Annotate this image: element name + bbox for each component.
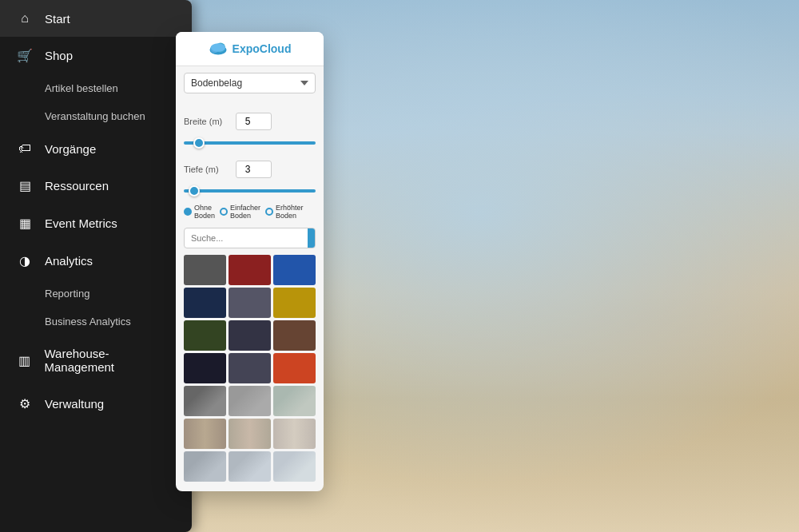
sidebar-label-vorgange: Vorgänge: [45, 142, 96, 156]
sidebar-label-start: Start: [45, 12, 70, 26]
sidebar-item-shop[interactable]: 🛒 Shop: [0, 37, 192, 74]
sidebar-item-business-analytics[interactable]: Business Analytics: [0, 308, 192, 335]
sidebar-item-vorgange[interactable]: 🏷 Vorgänge: [0, 130, 192, 167]
breite-input[interactable]: [236, 113, 272, 130]
expo-header: ExpoCloud: [176, 32, 324, 66]
radio-erhohter-boden[interactable]: ErhöhterBoden: [265, 204, 304, 220]
radio-einfach-indicator: [220, 208, 228, 216]
color-swatch-21[interactable]: [273, 451, 316, 482]
search-clear-button[interactable]: ✕: [308, 228, 316, 248]
radio-ohne-boden[interactable]: OhneBoden: [184, 204, 215, 220]
sidebar-label-artikel: Artikel bestellen: [45, 82, 118, 94]
home-icon: ⌂: [16, 11, 34, 26]
color-swatch-9[interactable]: [273, 320, 316, 351]
color-swatch-18[interactable]: [273, 419, 316, 449]
tiefe-label: Tiefe (m): [184, 165, 236, 174]
radio-einfacher-boden[interactable]: EinfacherBoden: [220, 204, 260, 220]
tiefe-section: Tiefe (m): [176, 151, 324, 178]
warehouse-icon: ▥: [16, 353, 33, 368]
search-row: ✕: [184, 228, 316, 248]
sidebar-item-veranstaltung[interactable]: Veranstaltung buchen: [0, 102, 192, 130]
radio-erhohter-indicator: [265, 208, 273, 216]
sidebar-label-event-metrics: Event Metrics: [45, 216, 117, 230]
breite-label: Breite (m): [184, 117, 236, 126]
shop-icon: 🛒: [16, 48, 34, 63]
tiefe-slider[interactable]: [184, 189, 316, 193]
expo-logo-text: ExpoCloud: [233, 42, 292, 55]
sidebar-label-veranstaltung: Veranstaltung buchen: [45, 110, 145, 122]
expo-dropdown-section: Bodenbelag Wände Decke: [176, 66, 324, 100]
color-swatch-8[interactable]: [229, 320, 271, 351]
analytics-icon: ◑: [16, 253, 34, 268]
svg-point-3: [211, 43, 225, 52]
bodenbelag-dropdown[interactable]: Bodenbelag Wände Decke: [184, 73, 316, 93]
color-swatch-3[interactable]: [273, 255, 316, 285]
color-swatch-20[interactable]: [229, 451, 271, 482]
ressourcen-icon: ▤: [16, 178, 34, 193]
color-swatch-14[interactable]: [229, 386, 271, 416]
sidebar-item-reporting[interactable]: Reporting: [0, 280, 192, 308]
sidebar-item-event-metrics[interactable]: ▦ Event Metrics: [0, 204, 192, 242]
color-swatch-4[interactable]: [184, 288, 226, 318]
tiefe-field-row: Tiefe (m): [184, 161, 316, 178]
sidebar-item-verwaltung[interactable]: ⚙ Verwaltung: [0, 385, 192, 423]
sidebar-item-artikel[interactable]: Artikel bestellen: [0, 74, 192, 102]
color-swatch-7[interactable]: [184, 320, 226, 351]
expo-panel: ExpoCloud Bodenbelag Wände Decke Breite …: [176, 32, 324, 491]
sidebar-label-warehouse: Warehouse-Management: [44, 347, 176, 374]
sidebar-label-business-analytics: Business Analytics: [45, 316, 131, 328]
sidebar-label-verwaltung: Verwaltung: [45, 397, 104, 411]
sidebar-item-ressourcen[interactable]: ▤ Ressourcen: [0, 167, 192, 204]
breite-slider-container: [176, 130, 324, 151]
breite-field-row: Breite (m): [184, 113, 316, 130]
color-swatch-1[interactable]: [184, 255, 226, 285]
settings-icon: ⚙: [16, 396, 34, 411]
breite-section: Breite (m): [176, 100, 324, 130]
sidebar: ⌂ Start 🛒 Shop Artikel bestellen Veranst…: [0, 0, 192, 532]
calendar-icon: ▦: [16, 216, 34, 231]
floor-type-radio-row: OhneBoden EinfacherBoden ErhöhterBoden: [176, 199, 324, 224]
radio-einfach-label: EinfacherBoden: [230, 204, 260, 220]
sidebar-label-shop: Shop: [45, 49, 73, 62]
color-swatch-2[interactable]: [229, 255, 271, 285]
sidebar-label-analytics: Analytics: [45, 254, 93, 268]
sidebar-label-reporting: Reporting: [45, 288, 89, 300]
color-swatch-16[interactable]: [184, 419, 226, 449]
sidebar-item-start[interactable]: ⌂ Start: [0, 0, 192, 37]
color-swatch-grid: [176, 252, 324, 485]
radio-erhohter-label: ErhöhterBoden: [276, 204, 304, 220]
tiefe-input[interactable]: [236, 161, 272, 178]
color-swatch-15[interactable]: [273, 386, 316, 416]
color-swatch-17[interactable]: [229, 419, 271, 449]
tag-icon: 🏷: [16, 141, 34, 156]
sidebar-item-warehouse[interactable]: ▥ Warehouse-Management: [0, 335, 192, 385]
color-swatch-6[interactable]: [273, 288, 316, 318]
color-swatch-10[interactable]: [184, 353, 226, 383]
radio-ohne-label: OhneBoden: [194, 204, 215, 220]
radio-ohne-indicator: [184, 208, 192, 216]
color-swatch-12[interactable]: [273, 353, 316, 383]
color-swatch-5[interactable]: [229, 288, 271, 318]
tiefe-slider-container: [176, 178, 324, 199]
color-swatch-19[interactable]: [184, 451, 226, 482]
breite-slider[interactable]: [184, 141, 316, 145]
search-input[interactable]: [185, 229, 308, 247]
sidebar-label-ressourcen: Ressourcen: [45, 179, 109, 193]
color-swatch-13[interactable]: [184, 386, 226, 416]
sidebar-item-analytics[interactable]: ◑ Analytics: [0, 242, 192, 280]
expo-cloud-logo-icon: [209, 42, 228, 56]
color-swatch-11[interactable]: [229, 353, 271, 383]
